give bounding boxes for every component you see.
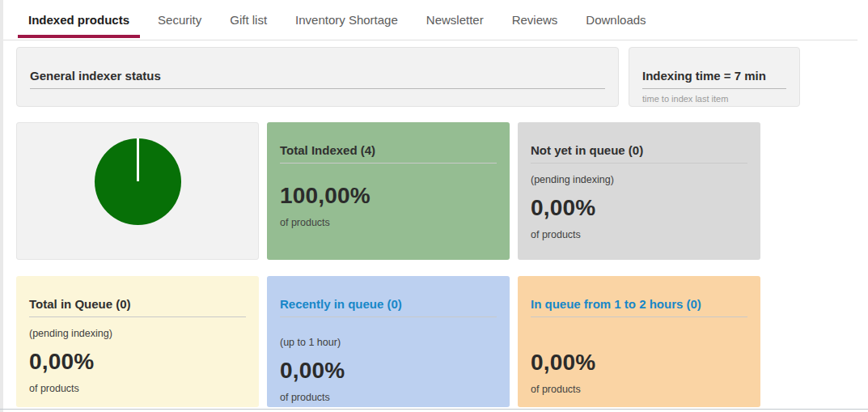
card-not-yet-in-queue: Not yet in queue (0) (pending indexing) … <box>518 122 760 260</box>
bottom-border-line <box>0 409 868 410</box>
card-total-indexed: Total Indexed (4) 100,00% of products <box>267 122 510 260</box>
status-panels-row: General indexer status Indexing time = 7… <box>16 47 868 107</box>
tab-reviews[interactable]: Reviews <box>502 0 569 40</box>
card-title: Recently in queue (0) <box>280 297 497 311</box>
card-title: Not yet in queue (0) <box>531 143 747 157</box>
tab-bar: Indexed products Security Gift list Inve… <box>0 0 857 40</box>
card-recently-in-queue: Recently in queue (0) (up to 1 hour) 0,0… <box>267 276 510 407</box>
indexing-time-title: Indexing time = 7 min <box>642 69 786 83</box>
card-total-in-queue: Total in Queue (0) (pending indexing) 0,… <box>16 276 259 407</box>
tab-gift-list[interactable]: Gift list <box>219 0 277 40</box>
card-unit: of products <box>280 392 497 403</box>
title-underline <box>642 88 786 89</box>
title-underline <box>280 163 497 164</box>
left-edge-strip <box>0 0 3 412</box>
card-unit: of products <box>280 217 497 228</box>
pie-slice-divider <box>137 138 139 181</box>
card-title: Total in Queue (0) <box>29 297 246 311</box>
card-value: 100,00% <box>280 183 497 209</box>
title-underline <box>531 163 747 164</box>
card-title: In queue from 1 to 2 hours (0) <box>531 297 747 311</box>
card-unit: of products <box>531 229 747 240</box>
tab-inventory-shortage[interactable]: Inventory Shortage <box>285 0 409 40</box>
tab-security[interactable]: Security <box>147 0 212 40</box>
tab-indexed-products[interactable]: Indexed products <box>18 0 140 40</box>
card-note: (pending indexing) <box>29 328 246 339</box>
tab-downloads[interactable]: Downloads <box>575 0 656 40</box>
card-unit: of products <box>531 384 747 395</box>
card-note: (up to 1 hour) <box>280 337 497 348</box>
card-unit: of products <box>29 383 246 394</box>
indexed-pie-chart <box>95 138 181 225</box>
pie-chart-wrap <box>30 144 245 259</box>
card-value: 0,00% <box>29 349 246 375</box>
card-value: 0,00% <box>531 350 747 376</box>
general-indexer-status-title: General indexer status <box>30 69 605 83</box>
card-note: (pending indexing) <box>531 174 747 185</box>
card-value: 0,00% <box>531 195 747 221</box>
title-underline <box>280 316 497 317</box>
stats-card-grid: Total Indexed (4) 100,00% of products No… <box>16 122 868 407</box>
title-underline <box>531 316 747 317</box>
indexer-dashboard: Indexed products Security Gift list Inve… <box>0 0 868 412</box>
title-underline <box>30 88 605 89</box>
card-title: Total Indexed (4) <box>280 143 497 157</box>
tab-newsletter[interactable]: Newsletter <box>416 0 494 40</box>
indexed-pie-card <box>16 122 259 260</box>
card-in-queue-1-2-hours: In queue from 1 to 2 hours (0) 0,00% of … <box>518 276 760 407</box>
title-underline <box>29 316 246 317</box>
card-value: 0,00% <box>280 358 497 384</box>
indexing-time-subtitle: time to index last item <box>642 94 786 104</box>
general-indexer-status-panel: General indexer status <box>16 47 619 107</box>
indexing-time-panel: Indexing time = 7 min time to index last… <box>629 47 800 107</box>
